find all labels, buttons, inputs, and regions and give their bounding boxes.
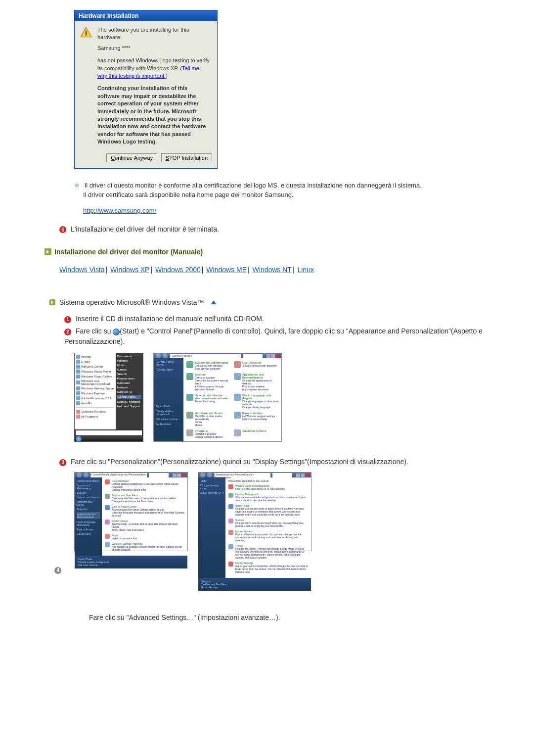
screenshots-step3: ▸ Control Panel ▸ Appearance and Persona… [74,472,490,551]
os-link-me[interactable]: Windows ME [206,266,247,274]
screenshots-step2: InternetE-mailWelcome CenterWindows Medi… [74,353,490,442]
vista-start-menu-screenshot: InternetE-mailWelcome CenterWindows Medi… [74,353,143,442]
manual-install-heading: Installazione del driver del monitor (Ma… [44,248,490,256]
os-link-linux[interactable]: Linux [297,266,313,274]
appearance-personalization-screenshot: ▸ Control Panel ▸ Appearance and Persona… [74,472,188,551]
continue-anyway-button[interactable]: Continue Anyway [106,153,157,162]
stop-installation-button[interactable]: STOP Installation [161,153,212,162]
bullet-icon [49,299,55,305]
num-5-icon: 5 [59,226,66,233]
step-2: 2 Fare clic su (Start) e "Control Panel"… [64,326,490,347]
os-link-2000[interactable]: Windows 2000 [155,266,201,274]
warning-icon [80,26,92,39]
certification-note: ※ Il driver di questo monitor è conforme… [74,181,490,215]
os-link-xp[interactable]: Windows XP [110,266,149,274]
num-1-icon: 1 [64,316,71,323]
num-3-icon: 3 [59,459,66,466]
samsung-link[interactable]: http://www.samsung.com/ [83,207,156,214]
section-arrow-icon [44,248,51,255]
os-link-nt[interactable]: Windows NT [253,266,292,274]
note-mark-icon: ※ [74,182,80,189]
vista-control-panel-screenshot: ▸ Control Panel ▸ Control Panel HomeClas… [153,353,282,442]
num-4-icon: 4 [54,567,61,574]
start-orb-icon [113,329,120,335]
step-1: 1 Inserire il CD di installazione del ma… [64,314,490,324]
personalization-screenshot: ▸ Appearance and Personalization ▸ Perso… [198,472,312,551]
dialog-message: The software you are installing for this… [97,26,210,145]
num-2-icon: 2 [64,329,71,335]
hardware-install-dialog: Hardware Installation The software you a… [74,10,218,169]
svg-rect-0 [86,31,87,34]
os-links: Windows Vista| Windows XP| Windows 2000|… [59,266,490,274]
step-5: 5 L'installazione del driver del monitor… [59,225,490,233]
os-link-vista[interactable]: Windows Vista [59,266,105,274]
dialog-title: Hardware Installation [75,10,217,21]
svg-rect-1 [86,34,87,35]
vista-subheading: Sistema operativo Microsoft® Windows Vis… [49,298,490,306]
triangle-up-icon [211,300,216,304]
step-3: 3 Fare clic su "Personalization"(Persona… [69,457,490,467]
